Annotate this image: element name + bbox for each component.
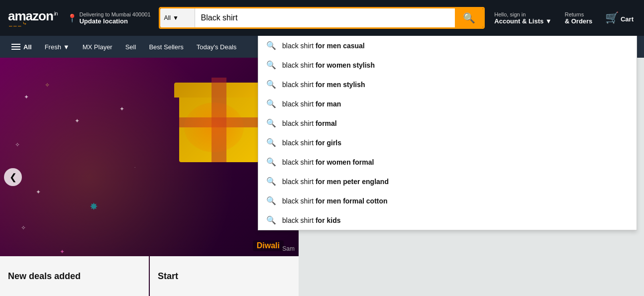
autocomplete-text-7: black shirt for men peter england bbox=[282, 178, 389, 186]
search-icon-1: 🔍 bbox=[266, 60, 276, 70]
search-icon-9: 🔍 bbox=[266, 215, 276, 225]
hamburger-icon bbox=[11, 44, 20, 50]
nav-mxplayer[interactable]: MX Player bbox=[77, 39, 118, 55]
location-icon: 📍 bbox=[67, 13, 77, 23]
autocomplete-text-4: black shirt formal bbox=[282, 119, 337, 127]
gift-box-decoration bbox=[169, 63, 269, 162]
diwali-label: Diwali bbox=[253, 240, 284, 251]
autocomplete-item-7[interactable]: 🔍 black shirt for men peter england bbox=[258, 172, 637, 191]
logo-suffix: .in bbox=[53, 10, 58, 16]
autocomplete-text-0: black shirt for men casual bbox=[282, 42, 365, 50]
todaysdeals-label: Today's Deals bbox=[197, 43, 237, 51]
signin-widget[interactable]: Hello, sign in Account & Lists ▼ bbox=[490, 9, 556, 27]
search-icon-8: 🔍 bbox=[266, 196, 276, 205]
fresh-label: Fresh bbox=[45, 43, 61, 51]
nav-fresh[interactable]: Fresh ▼ bbox=[39, 39, 75, 55]
sell-label: Sell bbox=[125, 43, 136, 51]
autocomplete-text-3: black shirt for man bbox=[282, 100, 341, 108]
chevron-down-icon: ▼ bbox=[173, 14, 179, 21]
location-text: Delivering to Mumbai 400001 Update locat… bbox=[79, 11, 150, 25]
category-label: All bbox=[164, 14, 171, 21]
autocomplete-text-8: black shirt for men formal cotton bbox=[282, 197, 388, 205]
autocomplete-item-1[interactable]: 🔍 black shirt for women stylish bbox=[258, 55, 637, 75]
amazon-logo[interactable]: amazon.in ⎯⎯⎯⤷ bbox=[6, 7, 59, 29]
autocomplete-text-9: black shirt for kids bbox=[282, 216, 341, 224]
nav-sell[interactable]: Sell bbox=[120, 39, 142, 55]
sam-label: Sam bbox=[282, 245, 295, 252]
mxplayer-label: MX Player bbox=[83, 43, 112, 51]
location-widget[interactable]: 📍 Delivering to Mumbai 400001 Update loc… bbox=[64, 9, 153, 27]
search-icon-5: 🔍 bbox=[266, 138, 276, 147]
logo-arrow: ⎯⎯⎯⤷ bbox=[9, 20, 28, 27]
autocomplete-item-3[interactable]: 🔍 black shirt for man bbox=[258, 94, 637, 113]
cart-widget[interactable]: 🛒 Cart bbox=[601, 9, 638, 27]
search-icon-7: 🔍 bbox=[266, 177, 276, 186]
autocomplete-item-0[interactable]: 🔍 black shirt for men casual bbox=[258, 36, 637, 55]
search-bar: All ▼ 🔍 bbox=[159, 7, 485, 29]
autocomplete-item-2[interactable]: 🔍 black shirt for men stylish bbox=[258, 75, 637, 94]
nav-todaysdeals[interactable]: Today's Deals bbox=[191, 39, 242, 55]
autocomplete-item-5[interactable]: 🔍 black shirt for girls bbox=[258, 133, 637, 152]
autocomplete-dropdown: 🔍 black shirt for men casual 🔍 black shi… bbox=[258, 36, 637, 230]
nav-all-label: All bbox=[23, 43, 32, 51]
autocomplete-item-9[interactable]: 🔍 black shirt for kids bbox=[258, 210, 637, 230]
deals-card-label: New deals added bbox=[8, 271, 81, 282]
search-button[interactable]: 🔍 bbox=[455, 8, 483, 27]
search-icon-0: 🔍 bbox=[266, 41, 276, 50]
fresh-dropdown-icon: ▼ bbox=[63, 43, 70, 51]
search-icon: 🔍 bbox=[463, 12, 475, 24]
autocomplete-item-4[interactable]: 🔍 black shirt formal bbox=[258, 113, 637, 133]
header: amazon.in ⎯⎯⎯⤷ 📍 Delivering to Mumbai 40… bbox=[0, 0, 644, 36]
bottom-cards: New deals added Start bbox=[0, 256, 299, 296]
autocomplete-text-6: black shirt for women formal bbox=[282, 158, 374, 166]
start-card[interactable]: Start bbox=[150, 256, 299, 296]
search-icon-2: 🔍 bbox=[266, 80, 276, 89]
autocomplete-item-6[interactable]: 🔍 black shirt for women formal bbox=[258, 152, 637, 172]
carousel-prev-button[interactable]: ❮ bbox=[4, 168, 22, 186]
nav-bestsellers[interactable]: Best Sellers bbox=[143, 39, 189, 55]
returns-widget[interactable]: Returns & Orders bbox=[560, 9, 597, 27]
search-category-select[interactable]: All ▼ bbox=[160, 8, 195, 27]
autocomplete-item-8[interactable]: 🔍 black shirt for men formal cotton bbox=[258, 191, 637, 210]
bestsellers-label: Best Sellers bbox=[149, 43, 183, 51]
search-input[interactable] bbox=[195, 8, 455, 27]
search-icon-6: 🔍 bbox=[266, 157, 276, 167]
search-icon-3: 🔍 bbox=[266, 99, 276, 108]
search-icon-4: 🔍 bbox=[266, 118, 276, 128]
autocomplete-text-2: black shirt for men stylish bbox=[282, 81, 365, 89]
deals-card[interactable]: New deals added bbox=[0, 256, 149, 296]
autocomplete-text-5: black shirt for girls bbox=[282, 139, 341, 147]
chevron-left-icon: ❮ bbox=[9, 172, 17, 183]
start-card-label: Start bbox=[158, 271, 178, 282]
header-right: Hello, sign in Account & Lists ▼ Returns… bbox=[490, 9, 638, 27]
nav-all[interactable]: All bbox=[6, 39, 37, 55]
autocomplete-text-1: black shirt for women stylish bbox=[282, 61, 375, 69]
